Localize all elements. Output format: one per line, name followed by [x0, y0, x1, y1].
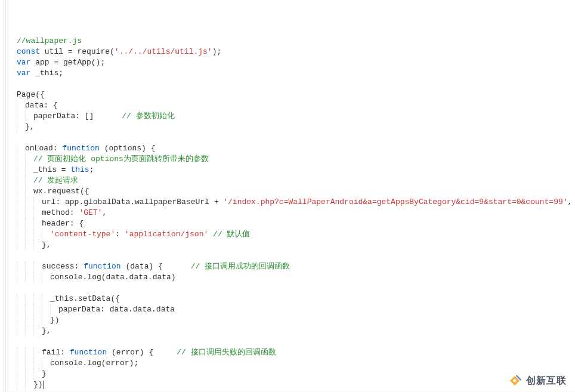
indent-guide: [17, 175, 25, 186]
indent-guide: [42, 294, 50, 304]
code-line: data: {: [17, 100, 575, 111]
text-caret-icon: [44, 381, 44, 389]
code-line: }: [17, 369, 575, 379]
indent-guide: [17, 229, 25, 240]
token-ident: },: [42, 326, 51, 335]
token-ident: console.log(data.data.data): [50, 273, 176, 282]
code-line: url: app.globalData.wallpaperBaseUrl + '…: [17, 197, 575, 208]
token-cmt: // 接口调用成功的回调函数: [191, 262, 290, 271]
token-ident: _this;: [30, 69, 63, 78]
token-kw: var: [17, 58, 30, 67]
code-line: var app = getApp();: [17, 57, 575, 68]
token-ident: _this.setData({: [50, 294, 120, 303]
indent-guide: [42, 229, 50, 240]
indent-guide: [25, 272, 33, 283]
code-line: _this = this;: [17, 165, 575, 175]
token-cmt: // 参数初始化: [122, 112, 174, 121]
token-ident: util = require(: [40, 47, 115, 56]
code-line: wx.request({: [17, 186, 575, 197]
token-str: '/index.php?c=WallPaperAndroid&a=getApps…: [223, 197, 567, 206]
indent-guide: [17, 315, 25, 326]
token-ident: fail:: [42, 348, 70, 357]
indent-guide: [25, 261, 33, 272]
indent-guide: [17, 218, 25, 229]
code-line: _this.setData({: [17, 294, 575, 304]
token-ident: method:: [42, 208, 79, 217]
code-line: console.log(data.data.data): [17, 272, 575, 283]
code-line: console.log(error);: [17, 358, 575, 369]
code-line: },: [17, 326, 575, 337]
code-line: }): [17, 315, 575, 326]
code-block: //wallpaper.jsconst util = require('../.…: [17, 36, 575, 392]
token-ident: }: [42, 369, 47, 378]
token-kw: this: [70, 165, 89, 174]
code-line: // 页面初始化 options为页面跳转所带来的参数: [17, 154, 575, 165]
code-line: },: [17, 122, 575, 132]
indent-guide: [33, 326, 42, 337]
token-ident: _this =: [33, 165, 70, 174]
indent-guide: [17, 208, 25, 218]
code-line: paperData: data.data.data: [17, 304, 575, 315]
indent-guide: [17, 294, 25, 304]
code-editor[interactable]: //wallpaper.jsconst util = require('../.…: [0, 0, 575, 392]
token-ident: ,: [102, 208, 107, 217]
code-line: [17, 79, 575, 89]
code-line: success: function (data) { // 接口调用成功的回调函…: [17, 261, 575, 272]
indent-guide: [17, 379, 25, 390]
indent-guide: [17, 369, 25, 379]
token-ident: }): [33, 380, 43, 389]
indent-guide: [25, 304, 33, 315]
token-ident: (options) {: [100, 144, 156, 153]
token-ident: }): [50, 316, 60, 325]
indent-guide: [25, 154, 33, 165]
indent-guide: [17, 358, 25, 369]
indent-guide: [17, 304, 25, 315]
token-kw: function: [62, 144, 99, 153]
code-line: [17, 251, 575, 261]
token-str: 'GET': [79, 208, 102, 217]
indent-guide: [33, 218, 42, 229]
indent-guide: [17, 272, 25, 283]
indent-guide: [33, 272, 42, 283]
token-ident: ;: [89, 165, 94, 174]
token-ident: paperData: []: [33, 112, 122, 121]
indent-guide: [42, 315, 50, 326]
token-kw: function: [70, 348, 107, 357]
token-str: 'content-type': [50, 230, 115, 239]
token-ident: ,: [568, 197, 573, 206]
token-kw: var: [17, 69, 30, 78]
code-line: var _this;: [17, 68, 575, 79]
indent-guide: [25, 186, 33, 197]
indent-guide: [25, 111, 33, 122]
indent-guide: [33, 208, 42, 218]
token-str: 'application/json': [125, 230, 208, 239]
code-line: [17, 132, 575, 143]
code-line: const util = require('../../utils/util.j…: [17, 47, 575, 57]
token-ident: app = getApp();: [30, 58, 105, 67]
token-ident: console.log(error);: [50, 359, 138, 368]
indent-guide: [25, 165, 33, 175]
indent-guide: [25, 326, 33, 337]
indent-guide: [25, 294, 33, 304]
indent-guide: [25, 369, 33, 379]
indent-guide: [17, 154, 25, 165]
token-cmt: // 发起请求: [33, 176, 78, 185]
indent-guide: [17, 347, 25, 358]
token-cmt: //wallpaper.js: [17, 36, 82, 45]
token-ident: header: {: [42, 219, 84, 228]
token-ident: wx.request({: [33, 187, 89, 196]
code-line: fail: function (error) { // 接口调用失败的回调函数: [17, 347, 575, 358]
indent-guide: [25, 175, 33, 186]
indent-guide: [33, 304, 42, 315]
code-line: paperData: [] // 参数初始化: [17, 111, 575, 122]
token-ident: onLoad:: [25, 144, 62, 153]
indent-guide: [17, 240, 25, 251]
token-ident: (error) {: [107, 348, 177, 357]
indent-guide: [42, 272, 50, 283]
token-ident: paperData: data.data.data: [58, 305, 175, 314]
indent-guide: [17, 186, 25, 197]
indent-guide: [33, 197, 42, 208]
token-ident: );: [212, 47, 222, 56]
token-ident: [208, 230, 213, 239]
code-line: [17, 337, 575, 347]
